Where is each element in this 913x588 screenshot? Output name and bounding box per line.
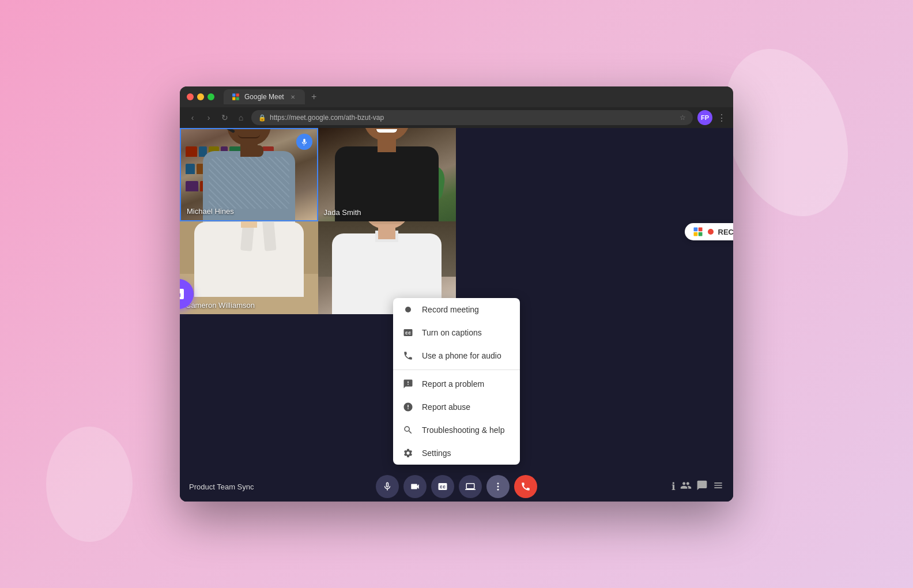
participant-name-jada: Jada Smith (324, 208, 361, 217)
svg-rect-3 (236, 97, 239, 100)
speaker-indicator (296, 134, 312, 150)
troubleshoot-icon (402, 424, 414, 436)
menu-label-settings: Settings (422, 448, 451, 458)
url-text: https://meet.google.com/ath-bzut-vap (270, 114, 676, 122)
bottom-bar: Product Team Sync (180, 472, 733, 502)
browser-more-button[interactable]: ⋮ (717, 112, 726, 123)
lock-icon: 🔒 (258, 114, 266, 122)
report-problem-icon (402, 378, 414, 390)
profile-button[interactable]: FP (697, 110, 712, 125)
svg-rect-1 (236, 93, 239, 96)
people-button[interactable] (680, 480, 692, 494)
camera-button[interactable] (403, 475, 427, 498)
home-button[interactable]: ⌂ (235, 113, 247, 122)
record-icon (402, 304, 414, 315)
reload-button[interactable]: ↻ (219, 113, 231, 122)
video-grid: Michael Hines (180, 128, 456, 314)
menu-item-phone[interactable]: Use a phone for audio (393, 344, 520, 367)
svg-rect-0 (232, 93, 235, 96)
url-input[interactable]: 🔒 https://meet.google.com/ath-bzut-vap ☆ (251, 110, 693, 125)
activities-button[interactable] (712, 480, 724, 494)
video-tile-michael: Michael Hines (180, 128, 318, 221)
browser-window: Google Meet ✕ + ‹ › ↻ ⌂ 🔒 https://meet.g… (180, 86, 733, 502)
tab-title: Google Meet (244, 93, 284, 101)
menu-item-settings[interactable]: Settings (393, 442, 520, 465)
svg-rect-7 (693, 228, 697, 232)
close-window-button[interactable] (187, 93, 194, 100)
menu-divider-1 (393, 370, 520, 370)
minimize-window-button[interactable] (197, 93, 204, 100)
menu-label-troubleshooting: Troubleshooting & help (422, 425, 504, 435)
phone-icon (402, 350, 414, 361)
controls (367, 475, 545, 498)
tab-close-button[interactable]: ✕ (289, 93, 297, 101)
menu-item-report-problem[interactable]: Report a problem (393, 372, 520, 395)
more-options-button[interactable] (486, 475, 510, 498)
video-tile-jada: Jada Smith (318, 128, 456, 221)
context-menu: Record meeting Turn on captions Use a ph… (393, 298, 520, 465)
svg-rect-8 (698, 228, 702, 232)
rec-badge: REC (685, 223, 733, 240)
video-tile-cameron: Cameron Williamson (180, 221, 318, 315)
menu-label-report-abuse: Report abuse (422, 402, 470, 412)
traffic-lights (187, 93, 214, 100)
svg-point-4 (497, 483, 499, 484)
captions-icon (402, 327, 414, 338)
menu-label-captions: Turn on captions (422, 328, 482, 337)
rec-text: REC (718, 228, 733, 236)
forward-button[interactable]: › (203, 113, 214, 122)
microphone-button[interactable] (376, 475, 399, 498)
tab-favicon (232, 93, 240, 101)
captions-button[interactable] (431, 475, 454, 498)
present-button[interactable] (459, 475, 482, 498)
menu-label-record: Record meeting (422, 305, 479, 314)
participant-name-cameron: Cameron Williamson (186, 301, 255, 310)
title-bar: Google Meet ✕ + (180, 86, 733, 107)
chat-button[interactable] (696, 480, 708, 494)
menu-item-report-abuse[interactable]: Report abuse (393, 395, 520, 419)
report-abuse-icon (402, 401, 414, 413)
maximize-window-button[interactable] (207, 93, 214, 100)
menu-label-phone: Use a phone for audio (422, 351, 501, 360)
svg-rect-2 (232, 97, 235, 100)
address-bar: ‹ › ↻ ⌂ 🔒 https://meet.google.com/ath-bz… (180, 107, 733, 128)
svg-rect-10 (698, 232, 702, 236)
right-controls: ℹ (546, 480, 724, 494)
new-tab-button[interactable]: + (307, 90, 321, 104)
meeting-name: Product Team Sync (189, 483, 367, 491)
svg-point-6 (497, 489, 499, 491)
menu-item-troubleshooting[interactable]: Troubleshooting & help (393, 419, 520, 442)
settings-icon (402, 447, 414, 459)
meet-content: Michael Hines (180, 128, 733, 502)
menu-item-captions[interactable]: Turn on captions (393, 321, 520, 344)
info-button[interactable]: ℹ (671, 480, 676, 493)
rec-dot (708, 229, 714, 235)
svg-rect-9 (693, 232, 697, 236)
menu-label-report-problem: Report a problem (422, 379, 484, 389)
end-call-button[interactable] (514, 475, 537, 498)
bookmark-icon: ☆ (680, 114, 686, 122)
menu-item-record[interactable]: Record meeting (393, 298, 520, 321)
back-button[interactable]: ‹ (187, 113, 198, 122)
tab-area: Google Meet ✕ + (224, 89, 726, 104)
active-tab[interactable]: Google Meet ✕ (224, 89, 305, 104)
svg-point-5 (497, 486, 499, 488)
participant-name-michael: Michael Hines (187, 207, 234, 216)
